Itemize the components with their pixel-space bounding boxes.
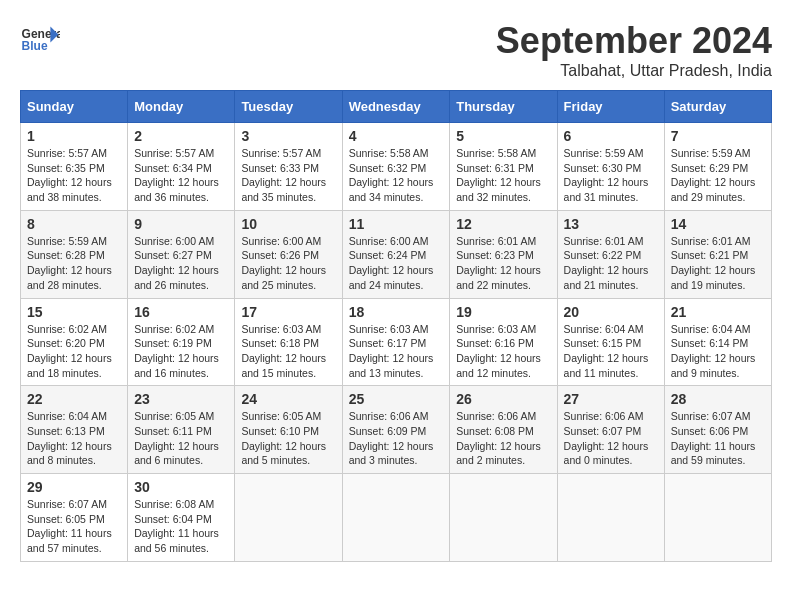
day-number: 12	[456, 216, 550, 232]
day-number: 27	[564, 391, 658, 407]
calendar-cell: 18Sunrise: 6:03 AMSunset: 6:17 PMDayligh…	[342, 298, 450, 386]
day-info: Sunrise: 6:06 AMSunset: 6:07 PMDaylight:…	[564, 409, 658, 468]
day-info: Sunrise: 6:01 AMSunset: 6:22 PMDaylight:…	[564, 234, 658, 293]
calendar-cell: 24Sunrise: 6:05 AMSunset: 6:10 PMDayligh…	[235, 386, 342, 474]
column-header-wednesday: Wednesday	[342, 91, 450, 123]
calendar-cell: 26Sunrise: 6:06 AMSunset: 6:08 PMDayligh…	[450, 386, 557, 474]
logo-icon: General Blue	[20, 20, 60, 60]
day-info: Sunrise: 6:06 AMSunset: 6:08 PMDaylight:…	[456, 409, 550, 468]
calendar-week-row: 15Sunrise: 6:02 AMSunset: 6:20 PMDayligh…	[21, 298, 772, 386]
calendar-cell: 25Sunrise: 6:06 AMSunset: 6:09 PMDayligh…	[342, 386, 450, 474]
day-number: 5	[456, 128, 550, 144]
day-number: 4	[349, 128, 444, 144]
day-info: Sunrise: 6:03 AMSunset: 6:18 PMDaylight:…	[241, 322, 335, 381]
calendar-cell	[342, 474, 450, 562]
day-info: Sunrise: 6:07 AMSunset: 6:06 PMDaylight:…	[671, 409, 765, 468]
calendar-cell: 29Sunrise: 6:07 AMSunset: 6:05 PMDayligh…	[21, 474, 128, 562]
day-info: Sunrise: 6:00 AMSunset: 6:26 PMDaylight:…	[241, 234, 335, 293]
title-area: September 2024 Talbahat, Uttar Pradesh, …	[496, 20, 772, 80]
day-info: Sunrise: 5:59 AMSunset: 6:28 PMDaylight:…	[27, 234, 121, 293]
calendar-cell: 23Sunrise: 6:05 AMSunset: 6:11 PMDayligh…	[128, 386, 235, 474]
calendar-week-row: 22Sunrise: 6:04 AMSunset: 6:13 PMDayligh…	[21, 386, 772, 474]
day-number: 24	[241, 391, 335, 407]
calendar-cell: 2Sunrise: 5:57 AMSunset: 6:34 PMDaylight…	[128, 123, 235, 211]
day-info: Sunrise: 5:58 AMSunset: 6:31 PMDaylight:…	[456, 146, 550, 205]
day-info: Sunrise: 6:03 AMSunset: 6:16 PMDaylight:…	[456, 322, 550, 381]
day-number: 26	[456, 391, 550, 407]
day-info: Sunrise: 6:07 AMSunset: 6:05 PMDaylight:…	[27, 497, 121, 556]
calendar-cell: 6Sunrise: 5:59 AMSunset: 6:30 PMDaylight…	[557, 123, 664, 211]
column-header-friday: Friday	[557, 91, 664, 123]
day-info: Sunrise: 6:00 AMSunset: 6:27 PMDaylight:…	[134, 234, 228, 293]
day-info: Sunrise: 6:04 AMSunset: 6:13 PMDaylight:…	[27, 409, 121, 468]
day-number: 16	[134, 304, 228, 320]
day-number: 13	[564, 216, 658, 232]
calendar-cell: 16Sunrise: 6:02 AMSunset: 6:19 PMDayligh…	[128, 298, 235, 386]
svg-text:Blue: Blue	[22, 39, 48, 53]
column-header-tuesday: Tuesday	[235, 91, 342, 123]
day-info: Sunrise: 6:04 AMSunset: 6:15 PMDaylight:…	[564, 322, 658, 381]
day-info: Sunrise: 5:58 AMSunset: 6:32 PMDaylight:…	[349, 146, 444, 205]
calendar-cell: 3Sunrise: 5:57 AMSunset: 6:33 PMDaylight…	[235, 123, 342, 211]
day-number: 10	[241, 216, 335, 232]
calendar-cell	[664, 474, 771, 562]
day-number: 2	[134, 128, 228, 144]
day-number: 7	[671, 128, 765, 144]
day-number: 22	[27, 391, 121, 407]
day-number: 17	[241, 304, 335, 320]
day-number: 8	[27, 216, 121, 232]
calendar-cell	[557, 474, 664, 562]
day-info: Sunrise: 5:57 AMSunset: 6:34 PMDaylight:…	[134, 146, 228, 205]
day-number: 3	[241, 128, 335, 144]
calendar-cell: 11Sunrise: 6:00 AMSunset: 6:24 PMDayligh…	[342, 210, 450, 298]
day-number: 21	[671, 304, 765, 320]
day-number: 15	[27, 304, 121, 320]
calendar-cell: 14Sunrise: 6:01 AMSunset: 6:21 PMDayligh…	[664, 210, 771, 298]
day-info: Sunrise: 6:01 AMSunset: 6:23 PMDaylight:…	[456, 234, 550, 293]
calendar-cell: 21Sunrise: 6:04 AMSunset: 6:14 PMDayligh…	[664, 298, 771, 386]
day-number: 11	[349, 216, 444, 232]
day-number: 1	[27, 128, 121, 144]
day-info: Sunrise: 6:02 AMSunset: 6:20 PMDaylight:…	[27, 322, 121, 381]
day-number: 9	[134, 216, 228, 232]
calendar-week-row: 8Sunrise: 5:59 AMSunset: 6:28 PMDaylight…	[21, 210, 772, 298]
day-info: Sunrise: 5:59 AMSunset: 6:30 PMDaylight:…	[564, 146, 658, 205]
day-info: Sunrise: 6:01 AMSunset: 6:21 PMDaylight:…	[671, 234, 765, 293]
location: Talbahat, Uttar Pradesh, India	[496, 62, 772, 80]
day-number: 20	[564, 304, 658, 320]
calendar-cell	[235, 474, 342, 562]
column-header-thursday: Thursday	[450, 91, 557, 123]
day-number: 25	[349, 391, 444, 407]
calendar-table: SundayMondayTuesdayWednesdayThursdayFrid…	[20, 90, 772, 562]
day-number: 28	[671, 391, 765, 407]
calendar-cell: 7Sunrise: 5:59 AMSunset: 6:29 PMDaylight…	[664, 123, 771, 211]
calendar-week-row: 1Sunrise: 5:57 AMSunset: 6:35 PMDaylight…	[21, 123, 772, 211]
calendar-cell: 5Sunrise: 5:58 AMSunset: 6:31 PMDaylight…	[450, 123, 557, 211]
column-header-sunday: Sunday	[21, 91, 128, 123]
calendar-cell: 28Sunrise: 6:07 AMSunset: 6:06 PMDayligh…	[664, 386, 771, 474]
calendar-cell: 30Sunrise: 6:08 AMSunset: 6:04 PMDayligh…	[128, 474, 235, 562]
day-info: Sunrise: 6:04 AMSunset: 6:14 PMDaylight:…	[671, 322, 765, 381]
calendar-cell: 20Sunrise: 6:04 AMSunset: 6:15 PMDayligh…	[557, 298, 664, 386]
calendar-cell: 10Sunrise: 6:00 AMSunset: 6:26 PMDayligh…	[235, 210, 342, 298]
calendar-cell: 19Sunrise: 6:03 AMSunset: 6:16 PMDayligh…	[450, 298, 557, 386]
calendar-cell: 17Sunrise: 6:03 AMSunset: 6:18 PMDayligh…	[235, 298, 342, 386]
column-header-monday: Monday	[128, 91, 235, 123]
calendar-cell: 22Sunrise: 6:04 AMSunset: 6:13 PMDayligh…	[21, 386, 128, 474]
logo: General Blue	[20, 20, 60, 60]
column-header-saturday: Saturday	[664, 91, 771, 123]
day-number: 30	[134, 479, 228, 495]
calendar-cell: 13Sunrise: 6:01 AMSunset: 6:22 PMDayligh…	[557, 210, 664, 298]
calendar-cell: 1Sunrise: 5:57 AMSunset: 6:35 PMDaylight…	[21, 123, 128, 211]
day-info: Sunrise: 6:02 AMSunset: 6:19 PMDaylight:…	[134, 322, 228, 381]
calendar-cell: 8Sunrise: 5:59 AMSunset: 6:28 PMDaylight…	[21, 210, 128, 298]
day-number: 14	[671, 216, 765, 232]
day-info: Sunrise: 6:06 AMSunset: 6:09 PMDaylight:…	[349, 409, 444, 468]
day-info: Sunrise: 5:57 AMSunset: 6:33 PMDaylight:…	[241, 146, 335, 205]
day-info: Sunrise: 6:05 AMSunset: 6:10 PMDaylight:…	[241, 409, 335, 468]
calendar-cell: 9Sunrise: 6:00 AMSunset: 6:27 PMDaylight…	[128, 210, 235, 298]
day-info: Sunrise: 5:57 AMSunset: 6:35 PMDaylight:…	[27, 146, 121, 205]
calendar-cell: 12Sunrise: 6:01 AMSunset: 6:23 PMDayligh…	[450, 210, 557, 298]
calendar-cell: 27Sunrise: 6:06 AMSunset: 6:07 PMDayligh…	[557, 386, 664, 474]
day-number: 18	[349, 304, 444, 320]
